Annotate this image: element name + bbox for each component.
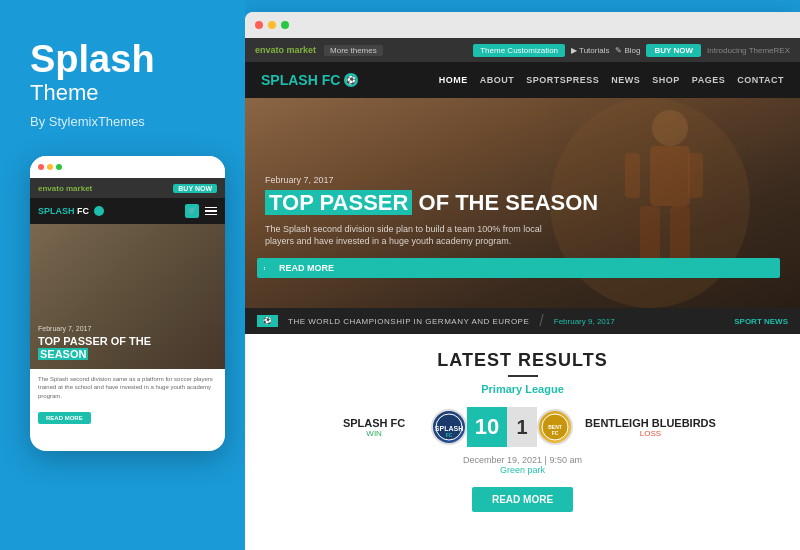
envato-theme-custom-label: Theme Customization [480,46,558,55]
site-logo: SPLASH FC ⚽ [261,72,358,88]
svg-text:SPLASH: SPLASH [435,425,463,432]
browser-dot-yellow[interactable] [268,21,276,29]
mobile-envato-bar: envato market BUY NOW [30,178,225,198]
results-divider [508,375,538,377]
home-score: 10 [467,407,507,447]
mobile-logo-ball [94,206,104,216]
results-title: LATEST RESULTS [437,350,607,371]
envato-theme-custom[interactable]: Theme Customization [473,44,565,57]
match-row: SPLASH FC WIN SPLASH FC 10 1 [265,407,780,447]
blog-label: Blog [624,46,640,55]
nav-pages[interactable]: PAGES [692,75,725,85]
mobile-mockup: envato market BUY NOW SPLASH FC 🛒 Februa… [30,156,225,451]
away-team-logo: BENT FC [537,409,573,445]
nav-news[interactable]: NEWS [611,75,640,85]
mobile-dot-red [38,164,44,170]
hero-description: The Splash second division side plan to … [265,223,565,248]
match-datetime: December 19, 2021 | 9:50 am [463,455,582,465]
hero-read-more-button[interactable]: READ MORE [265,258,780,278]
site-nav: HOME ABOUT SPORTSPRESS NEWS SHOP PAGES C… [439,75,784,85]
score-block: SPLASH FC 10 1 BENT FC [431,407,573,447]
mobile-content: The Splash second division same as a pla… [30,369,225,430]
breaking-date: February 9, 2017 [554,317,615,326]
logo-ball-icon: ⚽ [344,73,358,87]
nav-shop[interactable]: SHOP [652,75,680,85]
theme-subtitle: Theme [30,80,98,106]
mobile-logo: SPLASH FC [38,206,89,216]
envato-buy-button[interactable]: BUY NOW [646,44,701,57]
envato-left: envato market More themes [255,45,383,56]
match-venue: Green park [463,465,582,475]
theme-author: By StylemixThemes [30,114,145,129]
hero-headline: TOP PASSER OF THE SEASON [265,191,780,215]
nav-home[interactable]: HOME [439,75,468,85]
mobile-browser-chrome [30,156,225,178]
browser-dot-red[interactable] [255,21,263,29]
browser-dot-green[interactable] [281,21,289,29]
home-team-result: WIN [366,429,382,438]
svg-text:FC: FC [446,432,453,438]
results-read-more-button[interactable]: Read more [472,487,573,512]
mobile-dot-green [56,164,62,170]
mobile-headline-highlight: SEASON [38,348,88,360]
desktop-site: envato market More themes Theme Customiz… [245,38,800,550]
blog-icon: ✎ [615,46,622,55]
away-team-block: BENTLEIGH BLUEBIRDS LOSS [585,417,716,438]
results-league: Primary League [481,383,564,395]
mobile-dot-yellow [47,164,53,170]
browser-chrome [245,12,800,38]
home-team-logo: SPLASH FC [431,409,467,445]
theme-title: Splash [30,40,155,78]
mobile-logo-colored: SPLASH [38,206,75,216]
play-icon: ▶ [571,46,577,55]
mobile-buy-button[interactable]: BUY NOW [173,184,217,193]
envato-more-themes[interactable]: More themes [324,45,383,56]
site-header: SPLASH FC ⚽ HOME ABOUT SPORTSPRESS NEWS … [245,62,800,98]
mobile-cart-icon[interactable]: 🛒 [185,204,199,218]
score-separator: 1 [507,407,537,447]
breaking-tag: SPORT NEWS [734,317,788,326]
home-team-name: SPLASH FC [343,417,405,429]
hero-date: February 7, 2017 [265,175,780,185]
breaking-news-bar: ⚽ THE WORLD CHAMPIONSHIP IN GERMANY AND … [245,308,800,334]
mobile-headline: TOP PASSER OF THE SEASON [38,335,217,361]
left-panel: Splash Theme By StylemixThemes envato ma… [0,0,245,550]
envato-right-text: Introducing ThemeREX [707,46,790,55]
hero-section: ⚙ February 7, 2017 TOP PASSER OF THE SEA… [245,98,800,308]
hero-headline-part1: TOP PASSER [265,190,412,215]
breaking-text: THE WORLD CHAMPIONSHIP IN GERMANY AND EU… [288,317,529,326]
away-team-result: LOSS [640,429,661,438]
results-section: LATEST RESULTS Primary League SPLASH FC … [245,334,800,550]
envato-topbar: envato market More themes Theme Customiz… [245,38,800,62]
away-team-name: BENTLEIGH BLUEBIRDS [585,417,716,429]
envato-tutorials[interactable]: ▶ Tutorials [571,46,609,55]
nav-about[interactable]: ABOUT [480,75,515,85]
mobile-envato-logo: envato market [38,184,92,193]
mobile-headline-text: TOP PASSER OF THE [38,335,151,347]
envato-logo: envato market [255,45,316,55]
envato-blog[interactable]: ✎ Blog [615,46,640,55]
match-info: December 19, 2021 | 9:50 am Green park [463,455,582,475]
mobile-nav-bar: SPLASH FC 🛒 [30,198,225,224]
svg-text:FC: FC [552,430,559,436]
mobile-menu-icon[interactable] [205,207,217,216]
envato-center: Theme Customization ▶ Tutorials ✎ Blog B… [473,44,790,57]
nav-sportspress[interactable]: SPORTSPRESS [526,75,599,85]
right-panel: envato market More themes Theme Customiz… [245,12,800,550]
tutorials-label: Tutorials [579,46,609,55]
breaking-divider: / [539,312,543,330]
mobile-date: February 7, 2017 [38,325,217,332]
svg-point-1 [652,110,688,146]
nav-contact[interactable]: CONTACT [737,75,784,85]
logo-splash: SPLASH FC [261,72,340,88]
mobile-content-text: The Splash second division same as a pla… [38,375,217,400]
breaking-flag: ⚽ [257,315,278,327]
home-team-block: SPLASH FC WIN [329,417,419,438]
mobile-nav-icons: 🛒 [185,204,217,218]
mobile-read-more-button[interactable]: READ MORE [38,412,91,424]
hero-headline-part2: OF THE SEASON [419,190,599,215]
mobile-hero: February 7, 2017 TOP PASSER OF THE SEASO… [30,224,225,369]
